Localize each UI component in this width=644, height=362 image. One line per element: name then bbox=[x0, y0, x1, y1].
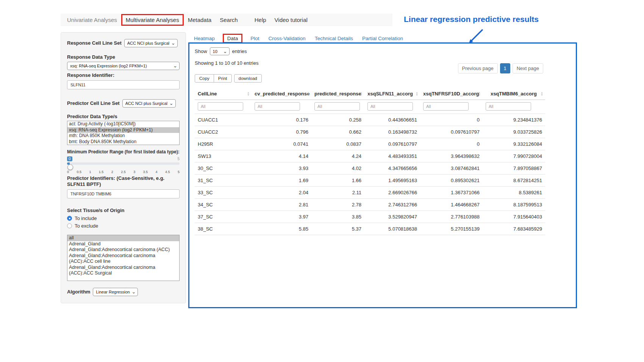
value-cell: 0.0837 bbox=[311, 138, 364, 150]
value-cell: 2.81 bbox=[252, 199, 311, 211]
value-cell: 5.37 bbox=[311, 223, 364, 235]
value-cell: 8.672814251 bbox=[483, 175, 545, 187]
sort-desc-icon: ▼ bbox=[247, 94, 250, 96]
predictor-data-type-list[interactable]: act: Drug Activity (-log10[IC50M])xsq: R… bbox=[67, 121, 180, 145]
predictor-cell-line-set-label: Predictor Cell Line Set bbox=[67, 100, 120, 106]
slider-tick-label: 2.5 bbox=[121, 170, 126, 174]
value-cell: 0.097610797 bbox=[420, 126, 483, 138]
tissue-origin-option[interactable]: Adrenal_Gland:Adrenocortical carcinoma (… bbox=[67, 253, 179, 265]
nav-item-help[interactable]: Help bbox=[250, 15, 270, 25]
nav-item-video-tutorial[interactable]: Video tutorial bbox=[270, 15, 312, 25]
top-nav: Univariate Analyses Multivariate Analyse… bbox=[61, 14, 392, 26]
value-cell: 1.464668267 bbox=[420, 199, 483, 211]
tab-heatmap[interactable]: Heatmap bbox=[194, 36, 215, 41]
column-header[interactable]: CellLine▲▼ bbox=[195, 88, 252, 100]
show-entries-select[interactable]: 10 bbox=[210, 47, 230, 55]
response-cell-line-set-field: Response Cell Line Set ACC NCI plus Surg… bbox=[67, 39, 180, 47]
slider-track[interactable] bbox=[67, 162, 180, 165]
column-filter-input[interactable] bbox=[314, 102, 360, 111]
control-sidebar: Response Cell Line Set ACC NCI plus Surg… bbox=[61, 32, 186, 303]
predictor-cell-line-set-select[interactable]: ACC NCI plus Surgical bbox=[122, 99, 176, 108]
response-data-type-select[interactable]: xsq: RNA-seq Expression (log2 FPKM+1) bbox=[67, 62, 180, 70]
nav-item-search[interactable]: Search bbox=[216, 15, 242, 25]
slider-tick-labels: 00.511.522.533.544.55 bbox=[67, 170, 180, 174]
column-filter-input[interactable] bbox=[198, 102, 243, 111]
column-header-label: cv_predicted_response bbox=[255, 91, 309, 97]
sort-desc-icon: ▼ bbox=[360, 94, 363, 96]
nav-item-univariate-analyses[interactable]: Univariate Analyses bbox=[63, 15, 121, 25]
current-page-button[interactable]: 1 bbox=[500, 63, 510, 73]
table-filter-row bbox=[195, 100, 545, 114]
tissue-origin-option[interactable]: Adrenal_Gland:Adrenocortical carcinoma (… bbox=[67, 265, 179, 276]
slider-tick-label: 3.5 bbox=[143, 170, 148, 174]
value-cell: 9.332126084 bbox=[483, 138, 545, 150]
tissue-origin-option[interactable]: Adrenal_Gland bbox=[67, 241, 179, 247]
value-cell: 5.270155139 bbox=[420, 223, 483, 235]
next-page-button[interactable]: Next page bbox=[513, 63, 543, 73]
column-header[interactable]: predicted_response▲▼ bbox=[311, 88, 364, 100]
tissue-origin-option[interactable]: all bbox=[67, 235, 179, 241]
value-cell: 0.0741 bbox=[252, 138, 311, 150]
cell-line-cell: 33_SC bbox=[195, 187, 252, 199]
show-entries-control: Show 10 ⌄ entries bbox=[195, 47, 571, 55]
tissue-radio-group: To includeTo exclude bbox=[67, 215, 180, 229]
tab-cross-validation[interactable]: Cross-Validation bbox=[269, 36, 306, 41]
nav-item-multivariate-analyses[interactable]: Multivariate Analyses bbox=[121, 14, 184, 26]
tab-technical-details[interactable]: Technical Details bbox=[315, 36, 353, 41]
slider-handle[interactable] bbox=[67, 164, 73, 170]
table-header-row: CellLine▲▼cv_predicted_response▲▼predict… bbox=[195, 88, 545, 100]
value-cell: 0.097610797 bbox=[364, 138, 420, 150]
column-header[interactable]: cv_predicted_response▲▼ bbox=[252, 88, 311, 100]
slider-tick-label: 2 bbox=[111, 170, 113, 174]
nav-item-metadata[interactable]: Metadata bbox=[184, 15, 216, 25]
response-cell-line-set-select[interactable]: ACC NCI plus Surgical bbox=[124, 39, 178, 47]
response-identifier-input[interactable] bbox=[67, 80, 180, 89]
radio-to-exclude[interactable]: To exclude bbox=[67, 223, 180, 229]
cell-line-cell: 30_SC bbox=[195, 162, 252, 175]
predictor-cell-line-set-field: Predictor Cell Line Set ACC NCI plus Sur… bbox=[67, 99, 180, 108]
column-filter-input[interactable] bbox=[367, 102, 413, 111]
tab-plot[interactable]: Plot bbox=[250, 36, 259, 41]
cell-line-cell: SW13 bbox=[195, 150, 252, 162]
table-row: 38_SC5.855.375.0708186385.2701551397.683… bbox=[195, 223, 545, 235]
sort-desc-icon: ▼ bbox=[478, 94, 481, 96]
table-row: CUACC20.7960.6620.1634987320.0976107979.… bbox=[195, 126, 545, 138]
copy-button[interactable]: Copy bbox=[195, 74, 214, 83]
predictor-data-type-option[interactable]: xsq: RNA-seq Expression (log2 FPKM+1) bbox=[67, 127, 179, 133]
value-cell: 0 bbox=[420, 114, 483, 126]
tab-partial-correlation[interactable]: Partial Correlation bbox=[362, 36, 403, 41]
annotation-text: Linear regression predictive results bbox=[404, 15, 567, 24]
column-header[interactable]: xsqTMBIM6_accorg▲▼ bbox=[483, 88, 545, 100]
tab-data[interactable]: Data bbox=[223, 34, 243, 43]
predictor-identifiers-label: Predictor Identifiers: (Case-Sensitive, … bbox=[67, 175, 180, 187]
radio-button-icon bbox=[67, 216, 72, 221]
value-cell: 7.915640403 bbox=[483, 211, 545, 223]
value-cell: 0.796 bbox=[252, 126, 311, 138]
column-filter-input[interactable] bbox=[486, 102, 531, 111]
filter-cell bbox=[252, 100, 311, 114]
value-cell: 3.964398632 bbox=[420, 150, 483, 162]
predictor-data-type-option[interactable]: act: Drug Activity (-log10[IC50M]) bbox=[67, 121, 179, 127]
value-cell: 1.367371066 bbox=[420, 187, 483, 199]
value-cell: 2.776103988 bbox=[420, 211, 483, 223]
predictor-data-type-option[interactable]: bmt: Body DNA 850K Methylation bbox=[67, 139, 179, 145]
value-cell: 3.85 bbox=[311, 211, 364, 223]
column-filter-input[interactable] bbox=[255, 102, 300, 111]
tissue-origin-option[interactable]: Adrenal_Gland:Adrenocortical carcinoma (… bbox=[67, 247, 179, 253]
previous-page-button[interactable]: Previous page bbox=[458, 63, 498, 73]
sort-desc-icon: ▼ bbox=[541, 94, 543, 96]
download-button[interactable]: download bbox=[234, 74, 262, 83]
predictor-data-type-option[interactable]: mth: DNA 850K Methylation bbox=[67, 133, 179, 139]
value-cell: 0.163498732 bbox=[364, 126, 420, 138]
column-header[interactable]: xsqSLFN11_accorg▲▼ bbox=[364, 88, 420, 100]
column-filter-input[interactable] bbox=[423, 102, 469, 111]
algorithm-select[interactable]: Linear Regression bbox=[93, 288, 138, 296]
predictor-identifiers-input[interactable] bbox=[67, 189, 180, 198]
print-button[interactable]: Print bbox=[214, 74, 232, 83]
cell-line-cell: CUACC2 bbox=[195, 126, 252, 138]
radio-to-include[interactable]: To include bbox=[67, 215, 180, 221]
value-cell: 5.070818638 bbox=[364, 223, 420, 235]
tissue-list[interactable]: allAdrenal_GlandAdrenal_Gland:Adrenocort… bbox=[67, 235, 180, 281]
column-header[interactable]: xsqTNFRSF10D_accorg▲▼ bbox=[420, 88, 483, 100]
value-cell: 9.033725826 bbox=[483, 126, 545, 138]
